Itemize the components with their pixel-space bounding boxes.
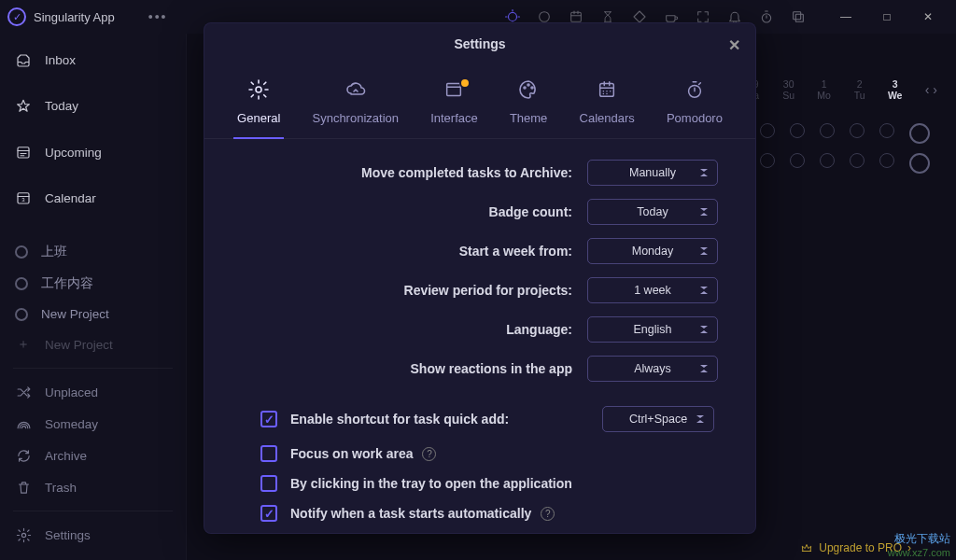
svg-point-1 [540, 12, 550, 22]
sidebar-label: Today [45, 99, 78, 113]
sidebar-item-upcoming[interactable]: Upcoming [0, 129, 186, 175]
setting-label-language: Language: [242, 322, 572, 337]
checkbox-tray[interactable] [260, 475, 277, 492]
plus-icon: ＋ [15, 336, 32, 353]
sidebar-item-today[interactable]: Today [0, 83, 186, 129]
app-logo-icon: ✓ [7, 7, 26, 26]
svg-point-10 [256, 87, 261, 92]
sidebar-label: Inbox [45, 53, 76, 67]
select-language[interactable]: English [587, 316, 718, 343]
tab-pomodoro[interactable]: Pomodoro [663, 70, 726, 138]
sidebar-item-inbox[interactable]: Inbox [0, 37, 186, 83]
select-review-period[interactable]: 1 week [587, 277, 718, 303]
shortcut-value[interactable]: Ctrl+Space [602, 406, 714, 432]
tab-interface[interactable]: Interface [427, 70, 482, 138]
sidebar-item-settings[interactable]: Settings [0, 519, 186, 551]
calendar-day-active[interactable]: 3We [884, 78, 907, 101]
calendar-day[interactable]: 2Tu [849, 78, 871, 101]
trash-icon [15, 479, 32, 496]
new-project-label: New Project [45, 338, 113, 352]
sidebar-new-project-button[interactable]: ＋ New Project [0, 329, 186, 360]
window-minimize-button[interactable]: — [825, 4, 866, 30]
project-circle-icon [15, 277, 28, 290]
project-label: New Project [41, 307, 109, 321]
checkbox-shortcut[interactable] [260, 411, 277, 427]
tab-general[interactable]: General [233, 70, 284, 138]
project-label: 上班 [41, 244, 67, 260]
window-maximize-button[interactable]: □ [866, 4, 907, 30]
gear-icon [237, 76, 280, 104]
sidebar-item-calendar[interactable]: 3 Calendar [0, 175, 186, 221]
select-archive[interactable]: Manually [587, 160, 718, 186]
tab-calendars[interactable]: Calendars [576, 70, 639, 138]
calendar-day[interactable]: 1Mo [813, 78, 836, 101]
checkbox-label-tray: By clicking in the tray to open the appl… [290, 476, 572, 491]
cloud-sync-icon [312, 76, 399, 104]
rainbow-icon [15, 415, 32, 432]
tab-theme[interactable]: Theme [506, 70, 551, 138]
tab-synchronization[interactable]: Synchronization [308, 70, 402, 138]
sidebar-item-archive[interactable]: Archive [0, 440, 186, 471]
sidebar-item-trash[interactable]: Trash [0, 471, 186, 503]
svg-text:3: 3 [21, 197, 25, 203]
refresh-icon [15, 447, 32, 464]
project-circle-icon [15, 245, 28, 259]
window-close-button[interactable]: ✕ [907, 4, 949, 30]
sidebar: Inbox Today Upcoming 3 Calendar 上班 工作内容 … [0, 34, 187, 560]
project-circle-icon [15, 308, 28, 321]
more-icon[interactable]: ••• [148, 9, 168, 24]
sidebar-project-0[interactable]: 上班 [0, 236, 186, 268]
gear-icon [15, 526, 32, 543]
svg-point-13 [527, 84, 529, 86]
sidebar-item-unplaced[interactable]: Unplaced [0, 376, 186, 408]
select-week-start[interactable]: Monday [587, 238, 718, 264]
calendar-next-icon[interactable]: › [933, 82, 937, 97]
svg-point-14 [531, 87, 533, 89]
stopwatch-icon [667, 76, 723, 104]
select-reactions[interactable]: Always [587, 356, 718, 382]
select-badge[interactable]: Today [587, 199, 718, 225]
project-label: 工作内容 [41, 275, 93, 292]
calendar-day-strip: 29Sa 30Su 1Mo 2Tu 3We ‹ › [742, 78, 937, 101]
sidebar-label: Calendar [45, 191, 96, 205]
star-icon [15, 98, 32, 115]
sidebar-project-2[interactable]: New Project [0, 300, 186, 329]
svg-rect-4 [795, 14, 803, 21]
settings-modal: Settings ✕ General Synchronization Inter… [204, 22, 756, 534]
sidebar-project-1[interactable]: 工作内容 [0, 268, 186, 300]
svg-rect-2 [571, 12, 582, 21]
svg-point-0 [509, 13, 517, 21]
calendar-day[interactable]: 30Su [778, 78, 800, 101]
settings-tabs: General Synchronization Interface Theme … [204, 64, 755, 139]
watermark: 极光下载站 www.xz7.com [888, 531, 950, 558]
svg-point-9 [21, 533, 25, 537]
inbox-icon [15, 52, 32, 69]
calendar-prev-icon[interactable]: ‹ [925, 82, 930, 97]
help-icon[interactable]: ? [541, 507, 555, 521]
setting-label-review: Review period for projects: [242, 283, 572, 298]
modal-title: Settings [454, 36, 505, 51]
copy-icon[interactable] [790, 8, 807, 25]
calendar-timeslots [760, 123, 932, 174]
help-icon[interactable]: ? [422, 447, 436, 461]
setting-label-archive: Move completed tasks to Archive: [242, 165, 572, 180]
setting-label-week: Start a week from: [242, 244, 572, 259]
modal-header: Settings ✕ [204, 23, 755, 64]
checkbox-label-focus: Focus on work area [290, 446, 413, 461]
calendar-date-icon: 3 [15, 189, 32, 206]
modal-close-button[interactable]: ✕ [728, 36, 740, 54]
svg-rect-5 [794, 12, 801, 20]
shuffle-icon [15, 384, 32, 400]
checkbox-focus[interactable] [260, 445, 277, 462]
calendar-grid-icon [580, 76, 635, 104]
checkbox-notify-start[interactable] [260, 505, 277, 522]
stopwatch-toolbar-icon[interactable] [758, 8, 775, 25]
palette-icon [510, 76, 547, 104]
sidebar-item-someday[interactable]: Someday [0, 408, 186, 440]
setting-label-reactions: Show reactions in the app [242, 361, 572, 376]
checkbox-label-notify: Notify when a task starts automatically [290, 506, 531, 521]
new-badge-icon [459, 77, 471, 89]
svg-point-12 [524, 87, 526, 89]
app-title: Singularity App [34, 10, 115, 24]
checkbox-label-shortcut: Enable shortcut for task quick add: [290, 412, 509, 427]
